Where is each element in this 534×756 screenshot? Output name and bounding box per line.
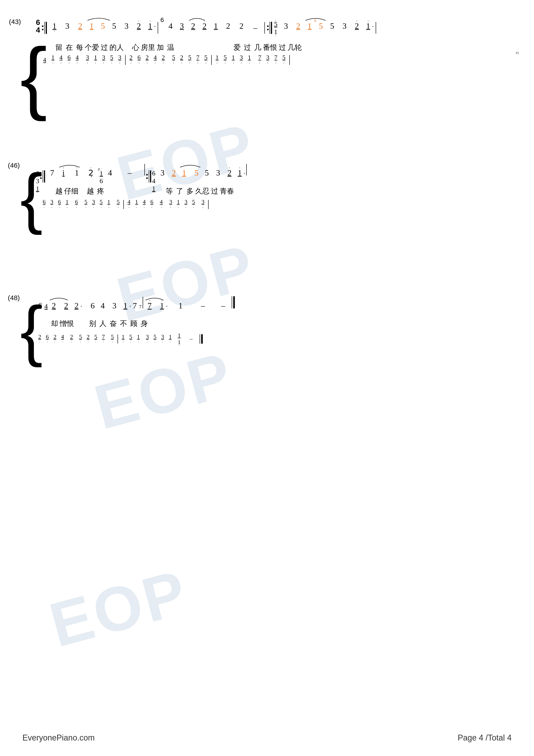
note-1-8: ·2 [134, 21, 144, 31]
n2-9: 5 [191, 168, 202, 178]
note-top-6: 6 [160, 16, 164, 24]
note-2-2: 3 [177, 21, 187, 31]
bar-2 [265, 22, 265, 34]
rep-start-2 [267, 22, 272, 34]
note-3-5: 5 [327, 21, 337, 31]
section-label-3: (48) [8, 294, 20, 302]
bass-bar-3 [289, 55, 290, 65]
bass-bar-2-1 [123, 200, 124, 209]
ly-1-13: 几 [253, 43, 263, 53]
watermark-4: EOP [42, 555, 195, 661]
ly-1-10: 温 [165, 43, 176, 53]
ly-1-1: 留 [54, 43, 64, 53]
lyrics-3: 却 憎恨 别 人 奋 不 顾 身 [36, 319, 518, 329]
n3-9: 7 [131, 301, 139, 311]
footer: EveryonePiano.com Page 4 /Total 4 [22, 733, 512, 742]
n2-stack-top: ♯ · 1 [100, 170, 103, 177]
ly-3-6: 不 [118, 319, 129, 329]
note-2-5: 1 [211, 21, 221, 31]
rest-3-2: – [216, 301, 230, 310]
bass-bar-2-2 [208, 200, 209, 209]
ly-2-5: 等 [164, 186, 174, 196]
section-label-1: (43) [9, 18, 21, 26]
bass-final-bar [200, 334, 203, 344]
ts3-4: 4 [152, 177, 155, 185]
note-3-8: ·1 · [363, 21, 373, 31]
note-3-3: 1 [304, 21, 315, 31]
ly-2-9: 过 [210, 186, 220, 196]
section-1: (43) { 6 4 ·1 3 2 [20, 18, 518, 135]
n2-6: 3 [156, 168, 169, 178]
note-1-9: ·1 · [145, 21, 155, 31]
ly-3-7: 顾 [129, 319, 139, 329]
treble-line-1: 6 4 ·1 3 2 1 5 5 [36, 20, 518, 36]
bass-3: ·2 · ·6 · ·2 · ·4 · ·2 · ·5 [36, 332, 518, 346]
ly-3-3: 别 [88, 319, 98, 329]
note-1-6: 5 [109, 21, 119, 31]
lyrics-2: 越 仔细 越 疼 等 了 多 久忍 过 青春 [36, 186, 518, 196]
slur-2-2 [179, 163, 201, 168]
note-2-6: 2 [222, 21, 234, 31]
ly-1-3: 每 [74, 43, 85, 53]
bass-3-bar-1 [117, 335, 118, 343]
bass-2: ·6 · ·3 · ·6 · ·1 · ·6 · ·5 [36, 199, 518, 210]
n3-3: 2 [61, 301, 71, 311]
bass-bar-2 [211, 55, 212, 65]
treble-3: 6 ·4 2 2 2· 6 4 3 1· [36, 296, 518, 311]
n3-7: 3 [109, 301, 120, 311]
ly-1-6: 的人 [110, 43, 124, 53]
n2-11: 3 [212, 168, 224, 178]
ly-1-2: 在 [64, 43, 74, 53]
note-1-4: 1 [86, 21, 97, 31]
ly-1-12: 过 [242, 43, 253, 53]
rep-start-3 [40, 170, 45, 182]
n3-5: 6 [89, 301, 97, 311]
ts2-3: 3 [36, 177, 39, 185]
note-2-1: 4 [165, 21, 176, 31]
n3-10: ·7 [144, 301, 155, 311]
rest-2: – [116, 168, 143, 177]
slur-3-1 [49, 296, 69, 301]
note-2-4: ·2 [199, 21, 210, 31]
bass-bar-1 [125, 55, 126, 65]
footer-left: EveryonePiano.com [22, 733, 95, 742]
n3-6: 4 [97, 301, 109, 311]
n2-5: 4 [104, 168, 116, 178]
bar-end-1 [376, 22, 376, 34]
ly-1-8: 房里 [141, 43, 155, 53]
ly-1-4: 个爱 [85, 43, 99, 53]
ly-2-1: 越 [54, 186, 64, 196]
note-3-6: 3 [339, 21, 351, 31]
ly-3-5: 奋 [108, 319, 118, 329]
n2-2: ·i [58, 168, 69, 178]
bass-rest-3: – [184, 336, 198, 342]
chord-top-5: ·5 [274, 20, 277, 28]
ly-1-14: 番恨 [263, 43, 277, 53]
timesig-bot-1: 4 [36, 26, 40, 34]
note-1-7: 3 [120, 21, 133, 31]
note-1-3: 2 [75, 21, 86, 31]
note-3-4: ♯5 [316, 21, 326, 31]
watermark-3: EOP [87, 338, 241, 444]
ly-1-9: 加 [155, 43, 165, 53]
ly-1-16: 几轮 [288, 43, 302, 53]
n2-8: 1 [179, 168, 189, 178]
ly-3-1: 却 [49, 319, 60, 329]
note-3-2: 2 [293, 21, 303, 31]
ly-2-8: 久忍 [195, 186, 210, 196]
bar-1 [158, 22, 158, 34]
ly-1-5: 过 [99, 43, 110, 53]
n3-8: 1· [120, 301, 131, 311]
rest-3-1: – [196, 301, 210, 310]
ts3-6: 6 [152, 170, 155, 177]
note-1-1: ·1 [49, 21, 60, 31]
n3-12: 1 [174, 301, 187, 311]
n2-stack-bot: 6 [100, 177, 103, 185]
rep-start-1 [42, 22, 47, 34]
ts2-6: 6 [36, 170, 39, 177]
n3-4: 2· [71, 301, 82, 311]
n2-10: 5 [202, 168, 212, 178]
n2-3: ·1 [71, 168, 83, 178]
ly-1-7: 心 [131, 43, 141, 53]
note-3-1: 3 [280, 21, 292, 31]
